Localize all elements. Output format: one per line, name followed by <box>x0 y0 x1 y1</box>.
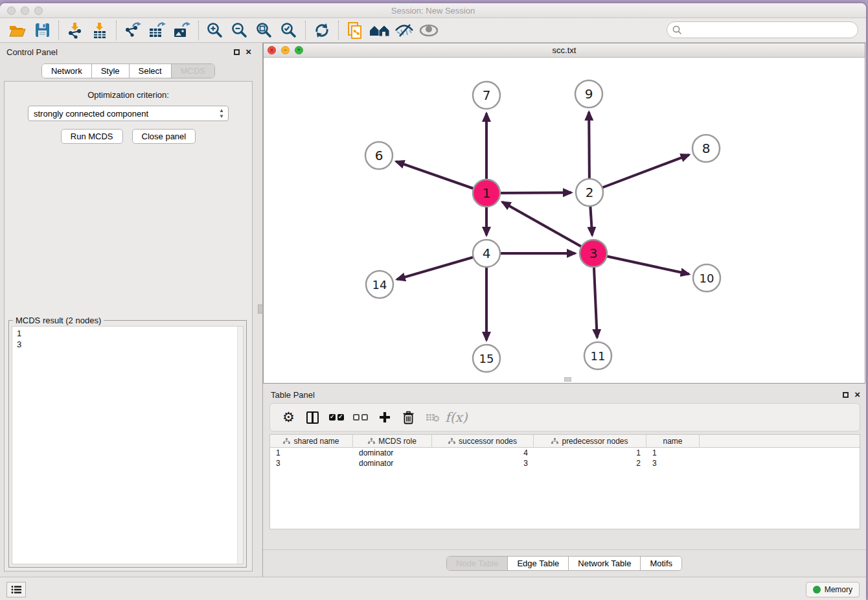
graph-node-10[interactable]: 10 <box>693 264 720 292</box>
delete-columns-button[interactable] <box>396 406 420 429</box>
table-cell[interactable]: 1 <box>534 448 646 458</box>
table-cell[interactable]: 2 <box>534 458 646 468</box>
import-network-button[interactable] <box>63 20 87 41</box>
refresh-layout-button[interactable] <box>310 20 334 41</box>
node-table[interactable]: shared nameMCDS rolesuccessor nodesprede… <box>269 434 860 529</box>
graph-node-2[interactable]: 2 <box>576 179 603 206</box>
graph-node-15[interactable]: 15 <box>473 345 500 372</box>
graph-node-8[interactable]: 8 <box>692 135 720 162</box>
search-icon <box>672 25 682 35</box>
show-column-panel-button[interactable] <box>301 406 325 429</box>
minimize-window-button[interactable] <box>21 6 29 15</box>
table-cell[interactable]: 3 <box>432 458 534 468</box>
result-scrollbar[interactable] <box>237 327 243 564</box>
graph-node-6[interactable]: 6 <box>365 142 393 169</box>
graph-node-14[interactable]: 14 <box>366 271 393 298</box>
zoom-selected-button[interactable] <box>277 20 301 41</box>
table-tab-node-table[interactable]: Node Table <box>447 557 508 570</box>
graph-node-7[interactable]: 7 <box>473 82 500 109</box>
table-cell[interactable]: 4 <box>432 448 534 458</box>
delete-table-button[interactable] <box>420 406 444 429</box>
close-window-button[interactable] <box>7 6 16 15</box>
panel-splitter[interactable] <box>257 43 263 577</box>
table-cell[interactable]: 3 <box>646 458 700 468</box>
close-panel-icon[interactable]: × <box>246 48 251 56</box>
graph-edge-3-1[interactable] <box>502 202 593 253</box>
export-table-button[interactable] <box>145 20 170 41</box>
graph-node-11[interactable]: 11 <box>584 342 611 369</box>
column-header-predecessor-nodes[interactable]: predecessor nodes <box>534 435 646 448</box>
mcds-result-textarea[interactable]: 13 <box>12 326 244 564</box>
task-history-button[interactable] <box>6 582 26 597</box>
column-header-name[interactable]: name <box>646 435 700 448</box>
function-builder-button[interactable]: f(x) <box>444 406 468 429</box>
create-column-button[interactable] <box>372 406 396 429</box>
column-header-shared-name[interactable]: shared name <box>270 435 353 448</box>
graph-node-label: 2 <box>586 185 594 200</box>
show-all-networks-button[interactable] <box>367 20 392 41</box>
clone-network-button[interactable] <box>343 20 367 41</box>
import-network-icon <box>67 22 84 39</box>
search-field[interactable] <box>667 21 858 38</box>
table-cell[interactable]: 1 <box>270 448 353 458</box>
float-table-panel-icon[interactable] <box>843 392 849 398</box>
network-maximize-button[interactable]: + <box>295 46 303 54</box>
network-canvas[interactable]: 1234678910111415 <box>264 58 865 383</box>
table-cell[interactable]: dominator <box>353 458 432 468</box>
tab-mcds[interactable]: MCDS <box>172 64 214 78</box>
export-network-button[interactable] <box>120 20 145 41</box>
unchecked-box-icon <box>353 414 360 421</box>
table-cell[interactable]: dominator <box>353 448 432 458</box>
network-minimize-button[interactable]: − <box>281 46 290 54</box>
splitter-grip[interactable] <box>258 305 263 314</box>
checked-box-icon <box>329 414 336 421</box>
import-table-button[interactable] <box>87 20 112 41</box>
graph-node-4[interactable]: 4 <box>473 240 500 267</box>
table-row[interactable]: 3dominator323 <box>270 458 860 468</box>
close-panel-button[interactable]: Close panel <box>132 129 196 144</box>
search-input[interactable] <box>685 25 858 36</box>
network-graph[interactable]: 1234678910111415 <box>264 58 865 383</box>
show-graphics-details-button[interactable] <box>417 20 441 41</box>
network-close-button[interactable]: x <box>268 46 276 54</box>
column-header-successor-nodes[interactable]: successor nodes <box>432 435 534 448</box>
table-cell[interactable]: 1 <box>646 448 700 458</box>
open-session-button[interactable] <box>5 20 30 41</box>
save-session-button[interactable] <box>30 20 54 41</box>
column-header-MCDS-role[interactable]: MCDS role <box>353 435 432 448</box>
graph-node-9[interactable]: 9 <box>575 80 602 108</box>
graph-node-3[interactable]: 3 <box>580 240 607 267</box>
close-table-panel-icon[interactable]: × <box>854 391 860 398</box>
table-tab-network-table[interactable]: Network Table <box>569 557 641 570</box>
table-panel-title: Table Panel <box>271 390 315 400</box>
export-image-button[interactable] <box>170 20 194 41</box>
unselect-all-columns-button[interactable] <box>348 406 372 429</box>
optimization-criterion-select[interactable]: strongly connected component ▲▼ <box>28 106 229 121</box>
tab-network[interactable]: Network <box>42 64 92 78</box>
table-cell[interactable]: 3 <box>270 458 353 468</box>
table-tab-edge-table[interactable]: Edge Table <box>508 557 569 570</box>
tab-select[interactable]: Select <box>130 64 172 78</box>
graph-edge-3-10[interactable] <box>593 253 689 274</box>
fx-icon: f(x) <box>445 410 467 425</box>
houses-icon <box>369 23 390 38</box>
float-panel-icon[interactable] <box>234 49 240 55</box>
table-tab-motifs[interactable]: Motifs <box>641 557 681 570</box>
zoom-out-button[interactable] <box>227 20 252 41</box>
select-all-columns-button[interactable] <box>325 406 348 429</box>
network-window: x − + scc.txt 1234678910111415 <box>263 43 865 384</box>
zoom-in-button[interactable] <box>203 20 227 41</box>
tab-style[interactable]: Style <box>92 64 130 78</box>
zoom-window-button[interactable] <box>34 6 43 15</box>
zoom-fit-button[interactable] <box>252 20 277 41</box>
memory-button[interactable]: Memory <box>806 582 860 597</box>
hide-graphics-details-button[interactable] <box>392 20 417 41</box>
table-options-button[interactable]: ⚙ <box>277 406 301 429</box>
gear-icon: ⚙ <box>282 410 295 425</box>
graph-node-1[interactable]: 1 <box>473 179 500 207</box>
graph-edge-2-8[interactable] <box>589 155 689 192</box>
table-row[interactable]: 1dominator411 <box>270 448 860 458</box>
run-mcds-button[interactable]: Run MCDS <box>61 129 123 144</box>
control-panel-header: Control Panel × <box>6 47 251 59</box>
canvas-resize-handle[interactable] <box>564 377 571 382</box>
